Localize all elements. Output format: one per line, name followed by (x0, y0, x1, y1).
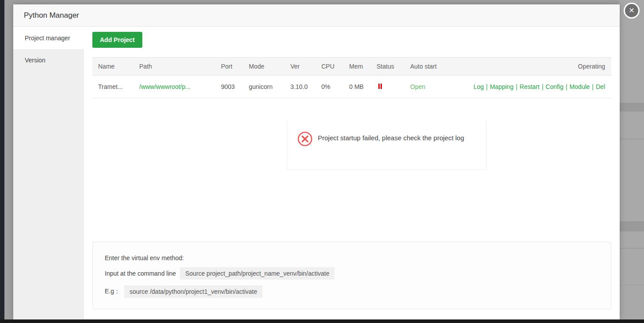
page-bottom-bar (0, 319, 644, 323)
virtualenv-help-box: Enter the virtual env method: Input at t… (92, 242, 611, 309)
pause-icon (378, 83, 383, 90)
python-manager-dialog: ✕ Python Manager Project manager Version… (13, 4, 620, 319)
startup-failed-popup: Project startup failed, please check the… (287, 121, 487, 170)
col-header-mode: Mode (243, 63, 285, 70)
dialog-title: Python Manager (24, 11, 79, 20)
sidebar-item-project-manager[interactable]: Project manager (13, 27, 84, 49)
help-command-label: Input at the command line (105, 270, 176, 277)
action-separator: | (566, 83, 568, 90)
project-table: Name Path Port Mode Ver CPU Mem Status A… (92, 57, 611, 98)
table-row: Tramet... /www/wwwroot/p... 9003 gunicor… (92, 76, 611, 98)
action-separator: | (516, 83, 518, 90)
action-module-link[interactable]: Module (569, 83, 590, 90)
col-header-status: Status (371, 63, 404, 70)
cell-mode: gunicorn (243, 83, 285, 90)
autostart-open-link[interactable]: Open (410, 83, 425, 90)
close-icon[interactable]: ✕ (624, 3, 640, 19)
action-mapping-link[interactable]: Mapping (490, 83, 514, 90)
help-example-label: E.g： (105, 288, 120, 296)
cell-autostart: Open (404, 83, 454, 90)
col-header-cpu: CPU (316, 63, 343, 70)
help-command-code: Source project_path/project_name_venv/bi… (180, 267, 335, 280)
col-header-port: Port (215, 63, 243, 70)
dimmed-background-divider (620, 285, 644, 285)
cell-project-name: Tramet... (92, 83, 133, 90)
cell-operating: Log|Mapping|Restart|Config|Module|Del (454, 83, 611, 90)
dimmed-background-row (620, 221, 644, 231)
help-title-text: Enter the virtual env method: (105, 254, 184, 261)
add-project-button[interactable]: Add Project (92, 32, 142, 48)
action-del-link[interactable]: Del (596, 83, 605, 90)
col-header-operating: Operating (454, 63, 611, 70)
error-icon (297, 131, 312, 146)
action-separator: | (592, 83, 594, 90)
project-path-link[interactable]: /www/wwwroot/p... (139, 83, 191, 90)
action-separator: | (542, 83, 544, 90)
help-line-command: Input at the command line Source project… (105, 267, 611, 280)
dimmed-background (620, 0, 644, 323)
cell-port: 9003 (215, 83, 243, 90)
cell-cpu: 0% (316, 83, 343, 90)
help-line-title: Enter the virtual env method: (105, 254, 611, 261)
dialog-sidebar: Project manager Version (13, 27, 84, 319)
cell-status (371, 83, 404, 90)
col-header-mem: Mem (343, 63, 371, 70)
action-separator: | (486, 83, 488, 90)
help-line-example: E.g： source /data/python/project1_venv/b… (105, 285, 611, 298)
table-header-row: Name Path Port Mode Ver CPU Mem Status A… (92, 57, 611, 76)
col-header-path: Path (133, 63, 215, 70)
dimmed-background-divider (620, 138, 644, 139)
dimmed-background-row (620, 103, 644, 112)
dialog-content: Add Project Name Path Port Mode Ver CPU … (84, 27, 620, 319)
sidebar-item-version[interactable]: Version (13, 49, 84, 71)
cell-project-path: /www/wwwroot/p... (133, 83, 215, 90)
col-header-ver: Ver (285, 63, 316, 70)
dimmed-background-divider (620, 248, 644, 249)
col-header-autostart: Auto start (404, 63, 454, 70)
cell-version: 3.10.0 (285, 83, 316, 90)
action-config-link[interactable]: Config (545, 83, 563, 90)
page-sidebar-edge (0, 0, 4, 323)
dialog-header: Python Manager (13, 4, 620, 27)
action-restart-link[interactable]: Restart (520, 83, 540, 90)
cell-mem: 0 MB (343, 83, 371, 90)
action-log-link[interactable]: Log (473, 83, 484, 90)
error-message: Project startup failed, please check the… (318, 131, 473, 146)
help-example-code: source /data/python/project1_venv/bin/ac… (124, 285, 263, 298)
col-header-name: Name (92, 63, 133, 70)
